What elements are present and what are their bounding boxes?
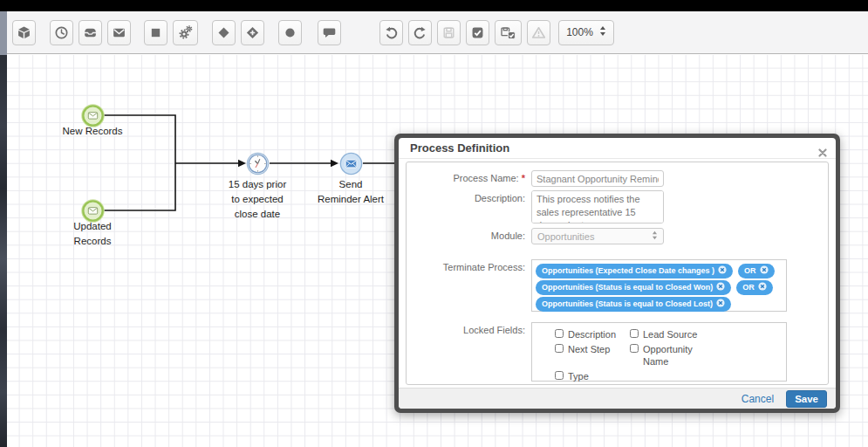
diamond-icon (216, 25, 231, 40)
locked-fields-label: Locked Fields: (407, 322, 531, 335)
module-select[interactable]: Opportunities (531, 228, 664, 244)
app-window: 100% New Records Update (0, 0, 868, 447)
node-label-timer: 15 days prior to expected close date (214, 177, 301, 222)
process-definition-modal: Process Definition Process Name: * Descr… (394, 134, 840, 413)
or-operator-pill[interactable]: OR (738, 264, 775, 279)
close-icon[interactable] (818, 143, 827, 163)
remove-tag-icon[interactable] (716, 282, 725, 293)
exclusive-gateway-button[interactable] (241, 20, 264, 45)
terminate-condition-pill[interactable]: Opportunities (Status is equal to Closed… (536, 297, 731, 312)
square-icon (148, 25, 163, 40)
process-name-input[interactable] (531, 170, 664, 187)
modal-header: Process Definition (399, 138, 836, 159)
checkbox-opportunity-name[interactable] (630, 344, 639, 353)
cancel-link[interactable]: Cancel (742, 393, 774, 405)
module-value: Opportunities (537, 231, 594, 242)
save-button-disabled (437, 20, 461, 45)
remove-tag-icon[interactable] (758, 282, 767, 293)
diamond-plus-icon (245, 25, 260, 40)
checkbox-description[interactable] (555, 329, 564, 338)
check-square-icon (470, 25, 485, 40)
floppy-disk-icon (441, 25, 456, 40)
warning-triangle-icon (531, 25, 546, 40)
cube-icon (17, 25, 31, 40)
redo-icon (413, 25, 427, 40)
modal-footer: Cancel Save (399, 388, 836, 409)
description-textarea[interactable]: This process notifies the sales represen… (531, 190, 664, 224)
save-validate-button[interactable] (495, 20, 522, 45)
circle-icon (283, 25, 297, 40)
receive-message-event-button[interactable] (79, 20, 102, 45)
designer-toolbar: 100% (7, 11, 868, 54)
node-label-updated-records: Updated Records (49, 219, 136, 249)
modal-title: Process Definition (410, 141, 509, 155)
inbox-tray-icon (83, 25, 98, 40)
floppy-check-icon (500, 25, 516, 40)
checkbox-lead-source[interactable] (630, 329, 639, 338)
redo-button[interactable] (408, 20, 432, 45)
envelope-icon (112, 25, 126, 40)
terminate-conditions-box: Opportunities (Expected Close Date chang… (531, 259, 787, 312)
undo-button[interactable] (379, 20, 403, 45)
top-black-bar (0, 0, 868, 11)
gears-icon (178, 24, 194, 40)
cube-tool-button[interactable] (12, 20, 36, 45)
locked-field-option[interactable]: Type (555, 370, 630, 382)
terminate-condition-pill[interactable]: Opportunities (Expected Close Date chang… (536, 264, 733, 279)
terminate-process-label: Terminate Process: (407, 259, 531, 272)
locked-field-option[interactable]: Lead Source (630, 328, 743, 340)
window-edge (0, 11, 7, 55)
timer-event-node[interactable] (246, 152, 270, 175)
required-marker: * (522, 173, 525, 183)
terminate-condition-pill[interactable]: Opportunities (Status is equal to Closed… (536, 280, 731, 295)
locked-field-option[interactable]: Next Step (555, 343, 630, 368)
node-label-send: Send Reminder Alert (307, 177, 394, 207)
locked-field-option[interactable]: Description (555, 328, 630, 340)
send-message-event-node[interactable] (339, 152, 363, 175)
intermediate-event-button[interactable] (278, 20, 302, 45)
remove-tag-icon[interactable] (716, 299, 725, 310)
speech-bubble-icon (322, 25, 337, 40)
desktop-background-sliver (0, 55, 7, 447)
stepper-arrows-icon (652, 230, 658, 242)
description-label: Description: (407, 190, 531, 203)
clock-icon (54, 25, 69, 40)
zoom-level: 100% (566, 26, 593, 38)
timer-event-button[interactable] (50, 20, 73, 45)
checkbox-type[interactable] (555, 371, 564, 380)
clock-face-icon (246, 152, 270, 175)
remove-tag-icon[interactable] (718, 265, 727, 277)
checkbox-next-step[interactable] (555, 344, 564, 353)
business-rule-button[interactable] (173, 20, 198, 45)
undo-icon (384, 25, 399, 40)
gateway-button[interactable] (212, 20, 236, 45)
locked-field-option[interactable]: Opportunity Name (630, 343, 743, 368)
blue-envelope-icon (339, 152, 363, 175)
process-name-label: Process Name: * (407, 170, 531, 183)
or-operator-pill[interactable]: OR (736, 280, 773, 295)
save-button[interactable]: Save (786, 390, 827, 408)
node-label-new-records: New Records (40, 124, 145, 139)
comment-button[interactable] (318, 20, 341, 45)
remove-tag-icon[interactable] (760, 265, 769, 277)
module-label: Module: (407, 228, 531, 241)
send-message-event-button[interactable] (107, 20, 131, 45)
validate-button[interactable] (466, 20, 489, 45)
stepper-arrows-icon (599, 25, 606, 39)
process-definition-form: Process Name: * Description: This proces… (406, 162, 829, 385)
zoom-select[interactable]: 100% (558, 20, 614, 45)
end-event-button[interactable] (144, 20, 167, 45)
locked-fields-box: Description Lead Source Next Step Opport… (531, 322, 787, 382)
errors-button-disabled (527, 20, 550, 45)
